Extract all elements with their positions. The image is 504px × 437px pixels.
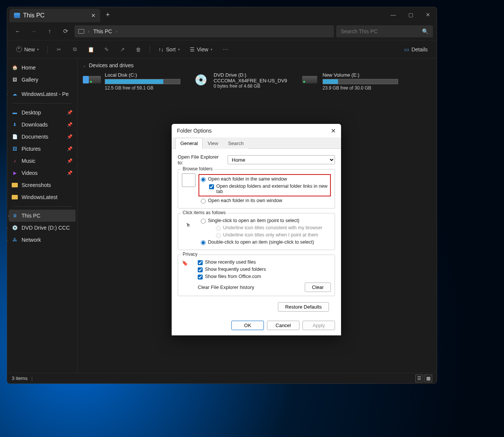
home-icon: 🏠 [12,65,18,71]
folder-icon [12,194,18,200]
dialog-title: Folder Options [177,128,212,134]
sidebar-item-documents[interactable]: 📄Documents📌 [7,131,77,143]
drive-free-text: 23.9 GB free of 30.0 GB [323,85,399,91]
back-button[interactable]: ← [11,25,25,38]
drive-list: Local Disk (C:) 12.5 GB free of 59.1 GB … [83,72,431,91]
status-bar: 3 items | ☰ ▦ [7,373,437,383]
item-count: 3 items [12,375,28,381]
window-controls: — ▢ ✕ [385,7,437,22]
monitor-icon: 🖥 [12,213,18,219]
toolbar: New▾ ✂ ⧉ 📋 ✎ ↗ 🗑 ↑↓ Sort ▾ ☰ View ▾ ⋯ ▭ … [7,40,437,59]
chevron-right-icon[interactable]: › [8,214,9,218]
apply-button[interactable]: Apply [302,321,335,330]
sidebar-item-gallery[interactable]: 🖼Gallery [7,74,77,86]
radio-same-window[interactable] [201,177,206,182]
refresh-button[interactable]: ⟳ [59,25,72,38]
sidebar-item-screenshots[interactable]: Screenshots [7,179,77,191]
network-icon: 🖧 [12,237,18,243]
cloud-icon: ☁ [12,91,18,97]
chevron-right-icon[interactable]: › [7,238,8,242]
window-tab[interactable]: This PC ✕ [9,9,100,22]
checkbox-new-tab[interactable] [209,184,214,189]
list-view-button[interactable]: ☰ [416,375,423,382]
close-tab-icon[interactable]: ✕ [91,12,96,19]
sidebar-item-home[interactable]: 🏠Home [7,62,77,74]
sidebar-item-windowslatest[interactable]: WindowsLatest [7,191,77,203]
minimize-button[interactable]: — [385,7,402,22]
nav-bar: ← → ↑ ⟳ › This PC › 🔍 [7,22,437,40]
title-bar: This PC ✕ + — ▢ ✕ [7,7,437,22]
sidebar-item-this-pc[interactable]: ›🖥This PC [9,210,76,222]
ok-button[interactable]: OK [231,321,264,330]
view-button[interactable]: ☰ View ▾ [186,43,216,56]
music-icon: ♪ [12,158,18,164]
cancel-button[interactable]: Cancel [267,321,299,330]
pin-icon: 📌 [67,122,73,127]
section-header[interactable]: ⌄Devices and drives [83,62,431,68]
plus-circle-icon [16,46,22,52]
close-window-button[interactable]: ✕ [419,7,437,22]
radio-double-click[interactable] [201,240,206,245]
drive-name: New Volume (E:) [323,72,399,78]
sidebar-item-onedrive[interactable]: ›☁WindowsLatest - Pe [7,88,77,100]
cut-button[interactable]: ✂ [52,43,66,56]
new-tab-button[interactable]: + [100,7,115,22]
drive-item[interactable]: Local Disk (C:) 12.5 GB free of 59.1 GB [83,72,181,91]
download-icon: ⬇ [12,122,18,128]
paste-button[interactable]: 📋 [84,43,98,56]
search-input[interactable] [341,28,422,34]
drive-item[interactable]: New Volume (E:) 23.9 GB free of 30.0 GB [301,72,399,91]
tab-search[interactable]: Search [223,138,248,149]
address-bar[interactable]: › This PC › [74,25,334,37]
gallery-icon: 🖼 [12,77,18,83]
new-button[interactable]: New▾ [12,43,43,56]
sidebar-item-desktop[interactable]: ▬Desktop📌 [7,107,77,119]
radio-single-click[interactable] [201,219,206,224]
details-button[interactable]: ▭ Details [400,43,431,56]
sidebar-item-downloads[interactable]: ⬇Downloads📌 [7,119,77,131]
delete-button[interactable]: 🗑 [132,43,145,56]
sidebar-item-videos[interactable]: ▶Videos📌 [7,167,77,179]
sidebar-item-music[interactable]: ♪Music📌 [7,155,77,167]
address-text: This PC [93,28,112,34]
dialog-tabs: General View Search [172,137,341,149]
privacy-icon: 🔖 [182,260,194,272]
rename-button[interactable]: ✎ [100,43,113,56]
open-to-select[interactable]: Home [228,155,335,164]
drive-item[interactable]: 💿 DVD Drive (D:) CCCOMA_X64FRE_EN-US_DV9… [192,72,290,91]
radio-underline-browser [216,226,221,231]
search-box[interactable]: 🔍 [336,25,433,37]
tab-view[interactable]: View [203,138,223,149]
chevron-right-icon[interactable]: › [7,92,8,96]
checkbox-office-files[interactable] [198,275,203,279]
radio-own-window[interactable] [201,199,206,204]
desktop-icon: ▬ [12,110,18,116]
checkbox-frequent-folders[interactable] [198,267,203,272]
sidebar-item-dvd[interactable]: ›💿DVD Drive (D:) CCC [7,222,77,234]
sidebar-item-network[interactable]: ›🖧Network [7,234,77,246]
copy-button[interactable]: ⧉ [68,43,82,56]
browse-folders-group: Browse folders Open each folder in the s… [178,169,335,208]
maximize-button[interactable]: ▢ [402,7,419,22]
clear-button[interactable]: Clear [305,283,331,292]
checkbox-recent-files[interactable] [198,260,203,265]
close-dialog-button[interactable]: ✕ [331,127,336,134]
drive-icon [83,72,101,87]
capacity-bar [105,79,180,84]
sidebar-item-pictures[interactable]: 🖼Pictures📌 [7,143,77,155]
sidebar: 🏠Home 🖼Gallery ›☁WindowsLatest - Pe ▬Des… [7,59,78,373]
group-label: Browse folders [181,166,214,171]
pin-icon: 📌 [67,170,73,176]
tab-general[interactable]: General [175,138,203,149]
drive-free-text: 0 bytes free of 4.68 GB [214,83,290,89]
chevron-right-icon[interactable]: › [7,226,8,230]
restore-defaults-button[interactable]: Restore Defaults [278,302,329,312]
icon-view-button[interactable]: ▦ [425,375,432,382]
more-button[interactable]: ⋯ [219,43,232,56]
forward-button[interactable]: → [27,25,40,38]
up-button[interactable]: ↑ [43,25,56,38]
chevron-down-icon: ⌄ [83,63,86,68]
sort-button[interactable]: ↑↓ Sort ▾ [155,43,184,56]
monitor-icon [78,29,84,34]
share-button[interactable]: ↗ [116,43,129,56]
